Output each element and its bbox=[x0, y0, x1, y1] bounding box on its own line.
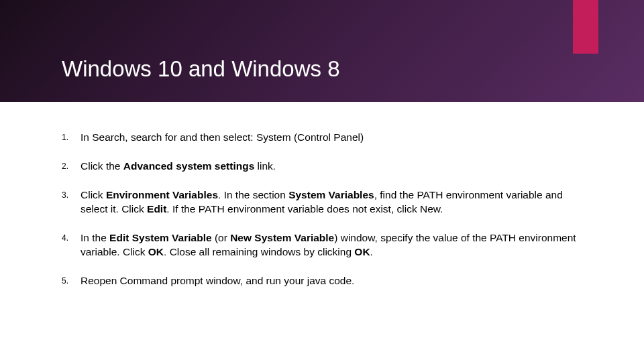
list-item: 1.In Search, search for and then select:… bbox=[62, 131, 585, 145]
content-list: 1.In Search, search for and then select:… bbox=[62, 131, 585, 302]
list-item: 2.Click the Advanced system settings lin… bbox=[62, 160, 585, 174]
header-background: Windows 10 and Windows 8 bbox=[0, 0, 644, 102]
list-text: Reopen Command prompt window, and run yo… bbox=[80, 274, 585, 288]
list-text: Click the Advanced system settings link. bbox=[80, 160, 585, 174]
list-item: 4.In the Edit System Variable (or New Sy… bbox=[62, 231, 585, 259]
list-item: 3.Click Environment Variables. In the se… bbox=[62, 188, 585, 217]
list-text: In the Edit System Variable (or New Syst… bbox=[80, 231, 585, 259]
list-number: 1. bbox=[62, 131, 80, 145]
list-number: 2. bbox=[62, 160, 80, 174]
page-title: Windows 10 and Windows 8 bbox=[62, 56, 340, 82]
list-item: 5.Reopen Command prompt window, and run … bbox=[62, 274, 585, 288]
accent-box bbox=[573, 0, 598, 54]
list-number: 5. bbox=[62, 274, 80, 288]
list-text: In Search, search for and then select: S… bbox=[80, 131, 585, 145]
list-number: 3. bbox=[62, 188, 80, 217]
list-number: 4. bbox=[62, 231, 80, 259]
list-text: Click Environment Variables. In the sect… bbox=[80, 188, 585, 217]
